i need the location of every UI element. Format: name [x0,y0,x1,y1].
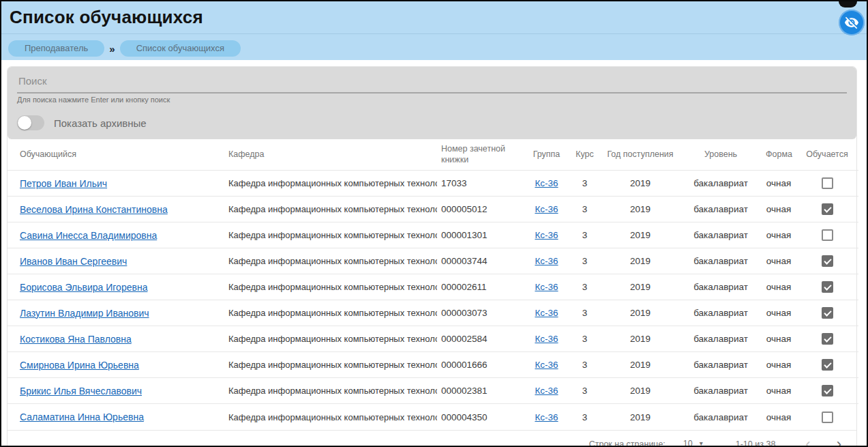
group-link[interactable]: Кс-36 [535,204,558,214]
year-cell: 2019 [601,197,680,222]
year-cell: 2019 [601,352,680,378]
pagination-range: 1-10 из 38 [736,439,776,447]
department-cell: Кафедра информационных компьютерных техн… [224,326,437,352]
department-cell: Кафедра информационных компьютерных техн… [224,352,437,378]
student-name-link[interactable]: Саламатина Инна Юрьевна [20,412,144,422]
breadcrumb-item-teacher[interactable]: Преподаватель [8,40,104,57]
table-header: Обучающийся Кафедра Номер зачетной книжк… [8,139,858,171]
student-name-link[interactable]: Смирнова Ирина Юрьевна [20,360,139,371]
students-table: Обучающийся Кафедра Номер зачетной книжк… [8,139,858,430]
course-cell: 3 [569,326,601,352]
level-cell: бакалавриат [680,326,762,352]
form-cell: очная [762,274,796,300]
group-link[interactable]: Кс-36 [535,334,558,344]
form-cell: очная [762,300,796,326]
rows-per-page-value: 10 [683,439,693,447]
student-name-link[interactable]: Веселова Ирина Константиновна [20,204,168,215]
group-link[interactable]: Кс-36 [535,360,558,370]
col-header-form: Форма [762,139,796,171]
breadcrumb-separator-icon: » [109,44,115,54]
level-cell: бакалавриат [680,274,762,300]
record-book-cell: 000002584 [437,326,524,352]
rows-per-page-select[interactable]: 10 ▾ [680,437,706,447]
level-cell: бакалавриат [680,378,762,404]
col-header-student: Обучающийся [8,139,224,171]
col-header-course: Курс [569,139,601,171]
level-cell: бакалавриат [680,248,762,274]
prev-page-button[interactable]: ‹ [803,437,813,447]
col-header-year: Год поступления [601,139,680,171]
department-cell: Кафедра информационных компьютерных техн… [224,248,437,274]
group-link[interactable]: Кс-36 [535,308,558,318]
year-cell: 2019 [601,171,680,197]
department-cell: Кафедра информационных компьютерных техн… [224,404,437,430]
year-cell: 2019 [601,248,680,274]
level-cell: бакалавриат [680,171,762,197]
col-header-group: Группа [524,139,569,171]
col-header-record-book: Номер зачетной книжки [437,139,524,171]
studying-checkbox[interactable] [822,359,833,371]
form-cell: очная [762,404,796,430]
col-header-level: Уровень [680,139,762,171]
level-cell: бакалавриат [680,352,762,378]
group-link[interactable]: Кс-36 [535,230,558,240]
table-row: Савина Инесса Владимировна Кафедра инфор… [8,222,858,248]
search-hint: Для поиска нажмите Enter или кнопку поис… [17,96,847,104]
table-row: Иванов Иван Сергеевич Кафедра информацио… [8,248,858,274]
level-cell: бакалавриат [680,222,762,248]
student-name-link[interactable]: Борисова Эльвира Игоревна [20,282,147,293]
year-cell: 2019 [601,404,680,430]
year-cell: 2019 [601,326,680,352]
search-input[interactable] [17,74,847,93]
page-title: Список обучающихся [1,1,867,34]
app-window: Список обучающихся Преподаватель » Списо… [0,0,868,447]
col-header-department: Кафедра [224,139,437,171]
student-name-link[interactable]: Брикис Илья Вячеславович [20,386,142,396]
dropdown-arrow-icon: ▾ [700,439,703,447]
table-row: Костикова Яна Павловна Кафедра информаци… [8,326,858,352]
studying-checkbox[interactable] [822,385,833,396]
studying-checkbox[interactable] [822,203,833,215]
record-book-cell: 000004350 [437,404,524,430]
student-name-link[interactable]: Петров Иван Ильич [20,178,107,189]
studying-checkbox[interactable] [822,281,833,293]
form-cell: очная [762,378,796,404]
course-cell: 3 [569,274,601,300]
next-page-button[interactable]: › [834,437,844,447]
form-cell: очная [762,326,796,352]
record-book-cell: 000003073 [437,300,524,326]
breadcrumb-item-student-list[interactable]: Список обучающихся [120,40,241,57]
table-row: Петров Иван Ильич Кафедра информационных… [8,171,858,197]
page-header: Список обучающихся Преподаватель » Списо… [1,1,867,60]
student-table-body: Петров Иван Ильич Кафедра информационных… [8,171,858,430]
group-link[interactable]: Кс-36 [535,386,558,396]
studying-checkbox[interactable] [822,307,833,319]
level-cell: бакалавриат [680,197,762,222]
department-cell: Кафедра информационных компьютерных техн… [224,222,437,248]
course-cell: 3 [569,248,601,274]
year-cell: 2019 [601,300,680,326]
record-book-cell: 17033 [437,171,524,197]
studying-checkbox[interactable] [822,177,833,189]
student-name-link[interactable]: Савина Инесса Владимировна [20,230,157,241]
group-link[interactable]: Кс-36 [535,412,558,422]
studying-checkbox[interactable] [822,412,833,423]
group-link[interactable]: Кс-36 [535,178,558,188]
student-name-link[interactable]: Иванов Иван Сергеевич [20,256,127,267]
studying-checkbox[interactable] [822,333,833,345]
student-name-link[interactable]: Лазутин Владимир Иванович [20,308,149,319]
group-link[interactable]: Кс-36 [535,282,558,292]
table-row: Лазутин Владимир Иванович Кафедра информ… [8,300,858,326]
show-archived-toggle[interactable] [17,115,44,130]
level-cell: бакалавриат [680,404,762,430]
record-book-cell: 000003744 [437,248,524,274]
student-name-link[interactable]: Костикова Яна Павловна [20,334,132,345]
studying-checkbox[interactable] [822,255,833,267]
form-cell: очная [762,352,796,378]
visibility-off-button[interactable] [839,10,865,35]
toggle-knob [18,116,31,130]
level-cell: бакалавриат [680,300,762,326]
course-cell: 3 [569,197,601,222]
group-link[interactable]: Кс-36 [535,256,558,266]
studying-checkbox[interactable] [822,229,833,241]
